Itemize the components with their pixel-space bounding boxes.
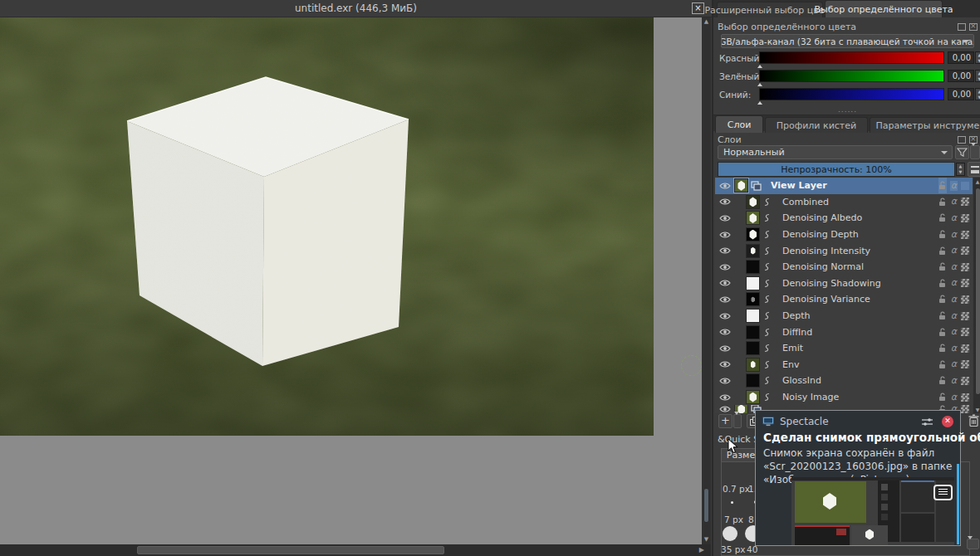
layer-row[interactable]: Denoising Albedo α	[715, 210, 973, 227]
lock-icon[interactable]	[938, 389, 947, 405]
green-channel-value[interactable]: 0,00	[948, 70, 974, 82]
layer-properties-button[interactable]	[968, 162, 980, 177]
layer-thumbnail[interactable]	[746, 276, 760, 290]
brush-size-swatch[interactable]	[731, 501, 733, 504]
visibility-eye-icon[interactable]	[719, 263, 731, 271]
visibility-eye-icon[interactable]	[719, 405, 731, 413]
visibility-eye-icon[interactable]	[719, 279, 731, 287]
tab-advanced-color-selector[interactable]: Расширенный выбор цвета	[717, 2, 823, 17]
list-scroll-thumb[interactable]	[975, 188, 980, 395]
alpha-lock-icon[interactable]: α	[950, 376, 958, 386]
alpha-lock-icon[interactable]: α	[950, 344, 958, 354]
lock-icon[interactable]	[938, 324, 947, 340]
alpha-lock-icon[interactable]: α	[950, 197, 958, 207]
red-channel-slider[interactable]	[759, 51, 944, 64]
vertical-scroll-thumb[interactable]	[703, 488, 709, 523]
scroll-down-arrow[interactable]: ▼	[973, 407, 980, 412]
green-channel-spinner[interactable]: ▲▼	[975, 70, 980, 82]
layer-row[interactable]: Denoising Depth α	[715, 227, 973, 243]
tab-specific-color-selector[interactable]: Выбор определённого цвета	[825, 0, 943, 17]
layer-thumbnail[interactable]	[746, 244, 760, 258]
slider-handle-icon[interactable]	[757, 83, 762, 86]
layer-thumbnail[interactable]	[746, 195, 760, 209]
lock-icon[interactable]	[938, 276, 947, 291]
inherit-alpha-icon[interactable]	[961, 393, 969, 402]
color-model-dropdown[interactable]: RGB/альфа-канал (32 бита с плавающей точ…	[721, 34, 974, 48]
layer-thumbnail[interactable]	[746, 309, 760, 323]
visibility-eye-icon[interactable]	[719, 344, 731, 353]
inherit-alpha-icon[interactable]	[961, 231, 969, 239]
horizontal-scroll-thumb[interactable]	[137, 546, 444, 554]
inherit-alpha-icon[interactable]	[961, 344, 969, 353]
blue-channel-spinner[interactable]: ▲▼	[975, 88, 980, 100]
visibility-eye-icon[interactable]	[719, 198, 731, 206]
scroll-right-arrow[interactable]: ▶	[699, 545, 704, 555]
blend-mode-dropdown[interactable]: Нормальный	[718, 145, 953, 159]
alpha-lock-icon[interactable]: α	[950, 393, 958, 402]
scroll-down-arrow[interactable]: ▼	[702, 535, 711, 544]
layer-thumbnail[interactable]	[746, 325, 760, 339]
layer-thumbnail[interactable]	[746, 292, 760, 306]
opacity-spinner[interactable]: ▲▼	[956, 163, 965, 176]
panel-splitter-handle[interactable]: ......	[713, 105, 980, 114]
brush-size-swatch[interactable]	[723, 526, 737, 541]
layer-thumbnail[interactable]	[746, 341, 760, 355]
screenshot-thumbnail[interactable]	[791, 477, 954, 545]
lock-icon[interactable]	[938, 291, 947, 307]
document-titlebar[interactable]: untitled.exr (446,3 МиБ) ×	[0, 0, 712, 17]
visibility-eye-icon[interactable]	[719, 312, 731, 320]
green-channel-slider[interactable]	[759, 70, 944, 82]
float-docker-icon[interactable]	[958, 23, 966, 31]
layer-thumbnail[interactable]	[746, 227, 760, 241]
close-document-button[interactable]: ×	[692, 2, 704, 14]
inherit-alpha-icon[interactable]	[961, 312, 969, 320]
layer-thumbnail[interactable]	[746, 358, 760, 372]
visibility-eye-icon[interactable]	[719, 393, 731, 402]
delete-layer-button[interactable]	[968, 414, 980, 428]
layer-row[interactable]: Denoising Normal α	[715, 259, 973, 276]
alpha-lock-icon[interactable]: α	[950, 359, 958, 369]
scroll-up-arrow[interactable]: ▲	[702, 17, 711, 27]
layer-row[interactable]: Emit α	[715, 340, 973, 357]
inherit-alpha-icon[interactable]	[961, 405, 969, 413]
inherit-alpha-icon[interactable]	[961, 246, 969, 255]
layer-thumbnail[interactable]	[746, 211, 760, 225]
visibility-eye-icon[interactable]	[719, 231, 731, 239]
tab-tool-options[interactable]: Параметры инструмента	[870, 117, 980, 133]
panel-scroll-down-button[interactable]	[967, 539, 979, 549]
alpha-lock-icon[interactable]: α	[950, 230, 958, 240]
layer-row[interactable]: GlossInd α	[715, 373, 973, 389]
notification-menu-button[interactable]	[933, 485, 953, 500]
layer-thumbnail[interactable]	[746, 390, 760, 404]
inherit-alpha-icon[interactable]	[961, 198, 969, 206]
alpha-lock-icon[interactable]: α	[950, 213, 958, 223]
layer-row[interactable]: Noisy Image α	[715, 389, 973, 406]
canvas-vertical-scrollbar[interactable]: ▲ ▼	[702, 17, 711, 544]
opacity-slider[interactable]: Непрозрачность: 100%	[718, 162, 955, 177]
lock-icon[interactable]	[938, 357, 947, 373]
red-channel-value[interactable]: 0,00	[948, 51, 974, 64]
visibility-eye-icon[interactable]	[719, 246, 731, 255]
lock-icon[interactable]	[938, 373, 947, 388]
slider-handle-icon[interactable]	[757, 101, 762, 105]
lock-icon[interactable]	[938, 308, 947, 324]
inherit-alpha-icon[interactable]	[961, 214, 969, 222]
layer-filter-dropdown[interactable]	[970, 145, 980, 159]
inherit-alpha-icon[interactable]	[961, 263, 969, 271]
layer-thumbnail[interactable]	[746, 260, 760, 274]
layer-thumbnail[interactable]	[734, 178, 748, 193]
scroll-up-arrow[interactable]: ▲	[973, 178, 980, 184]
inherit-alpha-icon[interactable]	[961, 377, 969, 385]
visibility-eye-icon[interactable]	[719, 182, 731, 190]
lock-icon[interactable]	[938, 340, 947, 356]
lock-icon[interactable]	[938, 259, 947, 275]
red-channel-spinner[interactable]: ▲▼	[975, 51, 980, 64]
lock-icon[interactable]	[938, 194, 947, 210]
close-docker-icon[interactable]	[969, 23, 978, 31]
alpha-lock-icon[interactable]: α	[950, 295, 958, 305]
lock-icon[interactable]	[938, 210, 947, 226]
spectacle-notification[interactable]: Spectacle ✕ Сделан снимок прямоугольной …	[755, 410, 961, 546]
inherit-alpha-icon[interactable]	[961, 328, 969, 336]
layer-row[interactable]: Denoising Shadowing α	[715, 276, 973, 292]
alpha-lock-icon[interactable]: α	[950, 262, 958, 272]
